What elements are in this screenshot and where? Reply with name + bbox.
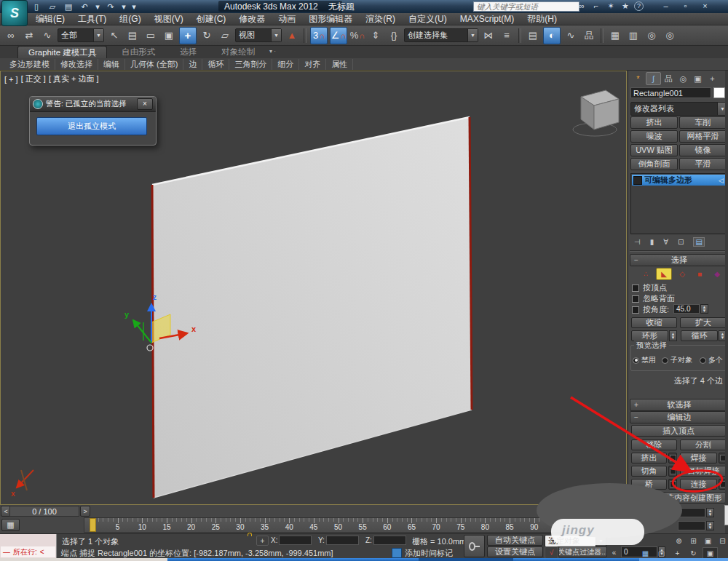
ribbon-tab[interactable]: 选择 — [170, 46, 207, 58]
menu-item[interactable]: 修改器 — [232, 13, 272, 25]
exit-isolation-mode-button[interactable]: 退出孤立模式 — [36, 117, 147, 135]
ribbon-panel-tab[interactable]: 编辑 — [98, 59, 125, 70]
key-mode-toggle-icon[interactable]: √ — [545, 546, 558, 559]
zoom-extents-icon[interactable]: ▣ — [701, 536, 715, 546]
set-key-button[interactable]: 设置关键点 — [487, 546, 543, 557]
menu-item[interactable]: 渲染(R) — [359, 13, 402, 25]
render-setup-icon[interactable]: ▦ — [607, 28, 623, 44]
y-coord-field[interactable] — [326, 536, 359, 545]
modifier-button[interactable]: 倒角剖面 — [630, 158, 678, 170]
chamfer-button[interactable]: 切角 — [631, 466, 667, 477]
modifier-button[interactable]: 车削 — [679, 116, 727, 129]
render-iterative-icon[interactable]: ◎ — [662, 28, 678, 44]
open-file-icon[interactable]: ▱ — [47, 2, 58, 12]
auto-key-button[interactable]: 自动关键点 — [487, 535, 543, 546]
bind-to-space-warp-icon[interactable]: ∿ — [39, 28, 55, 44]
ribbon-panel-tab[interactable]: 对齐 — [299, 59, 326, 70]
loop-button[interactable]: 循环 — [681, 330, 718, 341]
stack-item-editable-poly[interactable]: 可编辑多边形 ◁ — [632, 175, 725, 186]
modifier-button[interactable]: UVW 贴图 — [630, 144, 678, 156]
quick-access-customize-icon[interactable]: ▾ — [131, 2, 137, 12]
utilities-tab-icon[interactable]: + — [705, 73, 719, 84]
select-and-rotate-icon[interactable]: ↻ — [199, 28, 215, 44]
named-selection-sets-dropdown[interactable]: 创建选择集 ▼ — [404, 28, 478, 42]
rectangular-selection-region-icon[interactable]: ▭ — [143, 28, 159, 44]
ring-spinner[interactable]: ▲▼ — [669, 330, 677, 341]
zoom-region-icon[interactable]: ▦ — [638, 548, 652, 558]
ribbon-panel-tab[interactable]: 修改选择 — [55, 59, 98, 70]
x-coord-field[interactable] — [279, 536, 312, 545]
border-subobject-icon[interactable]: ◇ — [675, 268, 689, 279]
panel-scrollbar[interactable] — [725, 71, 728, 533]
edit-edges-spinner-1[interactable]: ▲▼ — [706, 508, 714, 517]
key-filters-button[interactable]: 关键点过滤器... — [558, 546, 607, 557]
show-end-result-icon[interactable]: ∀ — [663, 238, 668, 246]
redo-icon[interactable]: ↷ — [105, 2, 116, 12]
rollout-soft-selection[interactable]: + 软选择 — [630, 399, 728, 411]
window-minimize-icon[interactable]: – — [661, 1, 670, 10]
ribbon-tab[interactable]: Graphite 建模工具 — [17, 46, 107, 59]
menu-item[interactable]: 工具(T) — [71, 13, 113, 25]
warning-dialog-titlebar[interactable]: 警告: 已孤立的当前选择 × — [30, 97, 156, 112]
visibility-bulb-icon[interactable] — [633, 176, 642, 185]
unlink-selection-icon[interactable]: ⇄ — [21, 28, 37, 44]
menu-item[interactable]: 组(G) — [113, 13, 147, 25]
time-tag-icon[interactable] — [392, 548, 402, 558]
create-tab-icon[interactable]: * — [631, 73, 645, 84]
redo-dropdown-icon[interactable]: ▾ — [121, 2, 127, 12]
preview-multi-radio[interactable] — [700, 357, 706, 364]
pin-stack-icon[interactable]: ⊣ — [634, 238, 641, 246]
time-slider[interactable] — [90, 518, 96, 532]
use-pivot-center-icon[interactable]: ▲ — [284, 28, 300, 44]
object-color-swatch[interactable] — [713, 87, 725, 98]
connect-button[interactable]: 连接 — [680, 479, 717, 490]
curve-editor-icon[interactable]: ∿ — [563, 28, 579, 44]
shrink-button[interactable]: 收缩 — [631, 317, 677, 328]
ribbon-panel-tab[interactable]: 循环 — [202, 59, 229, 70]
close-icon[interactable]: × — [137, 98, 153, 110]
menu-item[interactable]: MAXScript(M) — [454, 14, 521, 24]
make-unique-icon[interactable]: ⊡ — [678, 238, 684, 246]
bridge-settings-icon[interactable] — [668, 479, 677, 490]
edge-subobject-icon[interactable]: ◣ — [656, 268, 672, 280]
rollout-selection[interactable]: − 选择 — [630, 254, 728, 266]
weld-button[interactable]: 焊接 — [680, 453, 717, 463]
infocenter-search-input[interactable] — [473, 1, 579, 12]
window-maximize-icon[interactable]: ▫ — [681, 1, 690, 10]
mirror-icon[interactable]: ⋈ — [480, 28, 496, 44]
polygon-subobject-icon[interactable]: ■ — [692, 268, 707, 279]
application-menu-button[interactable]: S — [1, 0, 28, 26]
menu-item[interactable]: 图形编辑器 — [302, 13, 359, 25]
motion-tab-icon[interactable]: ◎ — [676, 73, 690, 84]
ribbon-tab[interactable]: 对象绘制 — [211, 46, 265, 58]
edit-edges-spinner-2[interactable]: ▲▼ — [706, 521, 714, 530]
panel-scrollbar-thumb[interactable] — [724, 505, 728, 525]
search-icon[interactable]: ∞ — [576, 1, 587, 10]
rendered-frame-window-icon[interactable]: ▥ — [625, 28, 641, 44]
hierarchy-tab-icon[interactable]: 品 — [662, 73, 676, 84]
window-close-icon[interactable]: × — [700, 1, 710, 10]
orbit-icon[interactable]: ↻ — [687, 548, 700, 558]
target-weld-button[interactable]: 目标焊接 — [680, 466, 727, 477]
menu-item[interactable]: 自定义(U) — [402, 13, 454, 25]
set-keys-button[interactable] — [464, 535, 485, 557]
material-editor-icon[interactable]: ◐ — [543, 27, 561, 44]
preview-subobject-radio[interactable] — [662, 357, 668, 364]
zoom-all-icon[interactable]: ⊞ — [687, 536, 700, 546]
ribbon-panel-tab[interactable]: 多边形建模 — [4, 59, 55, 70]
insert-vertex-button[interactable]: 插入顶点 — [631, 425, 726, 437]
viewport-general-menu[interactable]: [ + ] — [4, 75, 18, 84]
z-coord-field[interactable] — [373, 536, 406, 545]
split-button[interactable]: 分割 — [680, 439, 727, 450]
select-and-link-icon[interactable]: ∞ — [3, 28, 19, 44]
modifier-button[interactable]: 挤出 — [630, 116, 678, 129]
display-tab-icon[interactable]: ▣ — [691, 73, 705, 84]
element-subobject-icon[interactable]: ◆ — [710, 268, 724, 279]
schematic-view-icon[interactable]: 品 — [581, 28, 597, 44]
ribbon-panel-tab[interactable]: 属性 — [326, 59, 353, 70]
modifier-button[interactable]: 网格平滑 — [679, 130, 727, 143]
ribbon-minimize-icon[interactable]: ▾ · — [269, 48, 276, 55]
new-file-icon[interactable]: ▯ — [31, 2, 42, 12]
menu-item[interactable]: 动画 — [272, 13, 302, 25]
modifier-button[interactable]: 噪波 — [630, 130, 678, 143]
